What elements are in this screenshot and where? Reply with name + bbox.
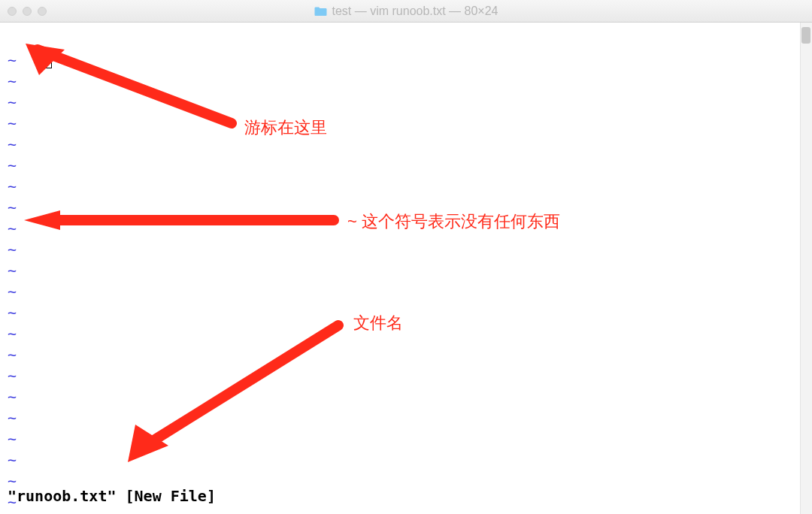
close-button[interactable] <box>8 7 17 16</box>
tilde-line: ~ <box>8 428 804 449</box>
tilde-line: ~ <box>8 134 804 155</box>
folder-icon <box>314 6 328 17</box>
tilde-line: ~ <box>8 50 804 71</box>
window-title: test — vim runoob.txt — 80×24 <box>314 5 498 18</box>
titlebar: test — vim runoob.txt — 80×24 <box>0 0 812 23</box>
tilde-line: ~ <box>8 281 804 302</box>
annotation-filename-label: 文件名 <box>353 312 403 334</box>
tilde-line: ~ <box>8 113 804 134</box>
cursor-line <box>8 29 804 50</box>
terminal[interactable]: ~~~~~~~~~~~~~~~~~~~~~~ "runoob.txt" [New… <box>0 23 812 514</box>
tilde-line: ~ <box>8 260 804 281</box>
annotation-tilde-label: ~ 这个符号表示没有任何东西 <box>347 210 560 233</box>
tilde-line: ~ <box>8 155 804 176</box>
tilde-line: ~ <box>8 239 804 260</box>
annotation-cursor-label: 游标在这里 <box>244 116 327 139</box>
window-controls <box>8 7 47 16</box>
tilde-line: ~ <box>8 302 804 323</box>
window-title-text: test — vim runoob.txt — 80×24 <box>332 5 498 18</box>
minimize-button[interactable] <box>23 7 32 16</box>
cursor <box>44 52 52 68</box>
tilde-line: ~ <box>8 407 804 428</box>
scrollbar-track[interactable] <box>800 23 812 514</box>
tilde-line: ~ <box>8 449 804 470</box>
tilde-line: ~ <box>8 71 804 92</box>
scrollbar-thumb[interactable] <box>801 27 810 44</box>
maximize-button[interactable] <box>38 7 47 16</box>
tilde-line: ~ <box>8 344 804 365</box>
tilde-lines: ~~~~~~~~~~~~~~~~~~~~~~ <box>8 50 804 512</box>
tilde-line: ~ <box>8 176 804 197</box>
tilde-line: ~ <box>8 386 804 407</box>
tilde-line: ~ <box>8 365 804 386</box>
tilde-line: ~ <box>8 92 804 113</box>
status-line: "runoob.txt" [New File] <box>8 487 216 505</box>
tilde-line: ~ <box>8 323 804 344</box>
